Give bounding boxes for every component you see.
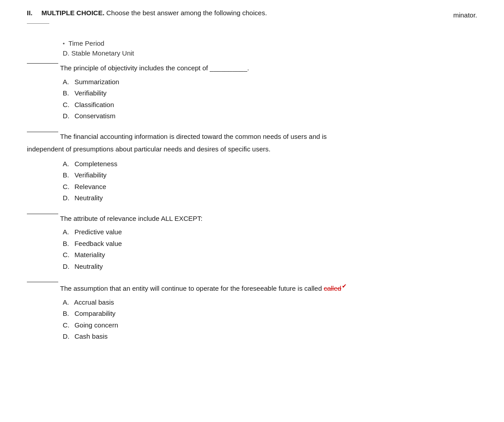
- list-item: C. Materiality: [63, 249, 477, 261]
- question-9-line: The attribute of relevance include ALL E…: [27, 214, 477, 224]
- question-10-text: The assumption that an entity will conti…: [60, 282, 477, 294]
- list-item: A. Predictive value: [63, 226, 477, 238]
- called-word: called✔: [324, 284, 347, 292]
- list-item: B. Verifiability: [63, 87, 477, 99]
- question-7-blank: [27, 63, 58, 64]
- section-instruction: Choose the best answer among the followi…: [106, 9, 267, 17]
- list-item: D. Conservatism: [63, 110, 477, 122]
- list-item: D. Neutrality: [63, 261, 477, 272]
- list-item: C. Going concern: [63, 319, 477, 331]
- question-7-options: A. Summarization B. Verifiability C. Cla…: [63, 76, 477, 122]
- list-item: C. Classification: [63, 99, 477, 111]
- list-item: A. Summarization: [63, 76, 477, 88]
- list-item: C. Relevance: [63, 181, 477, 193]
- section-title: MULTIPLE CHOICE. Choose the best answer …: [42, 9, 267, 17]
- list-item: B. Feedback value: [63, 238, 477, 250]
- question-10-line: The assumption that an entity will conti…: [27, 282, 477, 294]
- section-num: II.: [27, 9, 33, 17]
- question-8-line: The financial accounting information is …: [27, 132, 477, 142]
- question-8: The financial accounting information is …: [27, 132, 477, 204]
- question-8-blank: [27, 132, 58, 132]
- header-row: II. MULTIPLE CHOICE. Choose the best ans…: [27, 9, 477, 19]
- minator-text: minator.: [453, 11, 477, 19]
- partial-line2: D. Stable Monetary Unit: [63, 49, 477, 57]
- question-10-blank: [27, 282, 58, 282]
- divider-line: [27, 23, 49, 24]
- list-item: B. Verifiability: [63, 169, 477, 181]
- question-9-options: A. Predictive value B. Feedback value C.…: [63, 226, 477, 272]
- question-8-continuation: independent of presumptions about partic…: [27, 144, 477, 155]
- question-8-options: A. Completeness B. Verifiability C. Rele…: [63, 158, 477, 204]
- question-7-line: The principle of objectivity includes th…: [27, 63, 477, 73]
- question-9-text: The attribute of relevance include ALL E…: [60, 214, 477, 224]
- list-item: D. Cash basis: [63, 331, 477, 342]
- question-8-text: The financial accounting information is …: [60, 132, 477, 142]
- question-10-options: A. Accrual basis B. Comparability C. Goi…: [63, 297, 477, 342]
- page-container: II. MULTIPLE CHOICE. Choose the best ans…: [0, 0, 504, 422]
- question-9-blank: [27, 214, 58, 214]
- list-item: D. Neutrality: [63, 192, 477, 204]
- section-label: II. MULTIPLE CHOICE. Choose the best ans…: [27, 9, 267, 17]
- question-9: The attribute of relevance include ALL E…: [27, 214, 477, 272]
- list-item: B. Comparability: [63, 308, 477, 319]
- question-7: The principle of objectivity includes th…: [27, 63, 477, 122]
- list-item: A. Accrual basis: [63, 297, 477, 308]
- question-10: The assumption that an entity will conti…: [27, 282, 477, 342]
- partial-line1: • Time Period: [63, 39, 477, 47]
- question-7-text: The principle of objectivity includes th…: [60, 63, 477, 73]
- list-item: A. Completeness: [63, 158, 477, 170]
